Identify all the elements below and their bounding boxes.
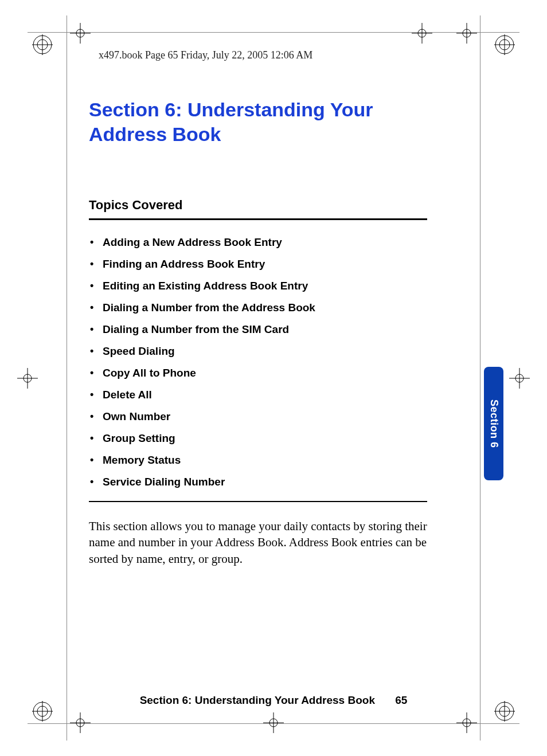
footer-title: Section 6: Understanding Your Address Bo… bbox=[140, 694, 375, 706]
section-tab: Section 6 bbox=[484, 367, 503, 480]
page-number: 65 bbox=[395, 694, 407, 706]
list-item: Adding a New Address Book Entry bbox=[103, 236, 427, 249]
list-item: Speed Dialing bbox=[103, 345, 427, 358]
list-item: Dialing a Number from the SIM Card bbox=[103, 323, 427, 336]
topics-heading: Topics Covered bbox=[89, 198, 427, 213]
divider-thin bbox=[89, 501, 427, 502]
list-item: Own Number bbox=[103, 410, 427, 423]
list-item: Editing an Existing Address Book Entry bbox=[103, 280, 427, 292]
list-item: Service Dialing Number bbox=[103, 476, 427, 488]
registration-mark-icon bbox=[32, 34, 53, 55]
crosshair-icon bbox=[456, 23, 477, 44]
crosshair-icon bbox=[509, 368, 530, 389]
list-item: Dialing a Number from the Address Book bbox=[103, 301, 427, 314]
topics-list: Adding a New Address Book Entry Finding … bbox=[89, 236, 427, 488]
list-item: Copy All to Phone bbox=[103, 367, 427, 379]
page-header-meta: x497.book Page 65 Friday, July 22, 2005 … bbox=[99, 49, 312, 61]
page-footer: Section 6: Understanding Your Address Bo… bbox=[0, 694, 547, 707]
crosshair-icon bbox=[412, 23, 432, 44]
crosshair-icon bbox=[17, 368, 38, 389]
page-content: Section 6: Understanding Your Address Bo… bbox=[89, 97, 427, 567]
list-item: Group Setting bbox=[103, 432, 427, 445]
crosshair-icon bbox=[263, 712, 284, 733]
registration-mark-icon bbox=[494, 701, 515, 722]
list-item: Delete All bbox=[103, 389, 427, 401]
crosshair-icon bbox=[456, 712, 477, 733]
body-paragraph: This section allows you to manage your d… bbox=[89, 518, 427, 567]
list-item: Finding an Address Book Entry bbox=[103, 258, 427, 271]
registration-mark-icon bbox=[494, 34, 515, 55]
crosshair-icon bbox=[70, 712, 91, 733]
divider-thick bbox=[89, 218, 427, 220]
registration-mark-icon bbox=[32, 701, 53, 722]
crosshair-icon bbox=[70, 23, 91, 44]
list-item: Memory Status bbox=[103, 454, 427, 467]
section-title: Section 6: Understanding Your Address Bo… bbox=[89, 97, 427, 146]
section-tab-label: Section 6 bbox=[488, 399, 500, 448]
